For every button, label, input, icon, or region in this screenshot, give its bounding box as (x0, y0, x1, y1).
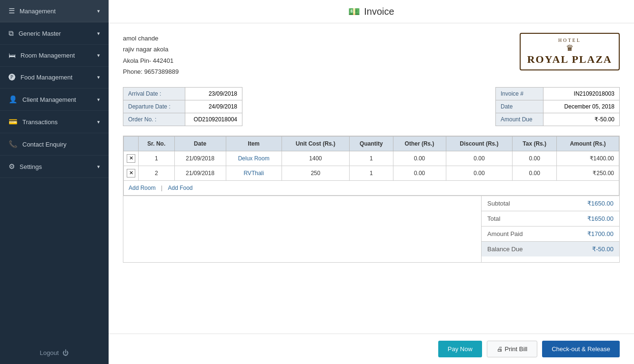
th-date: Date (174, 136, 226, 151)
invoice-wrapper: amol chande rajiv nagar akola Akola Pin-… (109, 23, 634, 334)
page-header: 💵 Invoice (109, 0, 634, 23)
order-value: OD21092018004 (185, 113, 242, 126)
row2-unit-cost: 250 (282, 166, 350, 180)
totals-right: Subtotal ₹1650.00 Total ₹1650.00 Amount … (482, 196, 620, 263)
customer-address2: Akola Pin- 442401 (123, 55, 179, 66)
row2-discount: 0.00 (446, 166, 513, 180)
departure-row: Departure Date : 24/09/2018 (123, 100, 242, 113)
invoice-amount-due-value: ₹-50.00 (543, 113, 620, 126)
arrival-label: Arrival Date : (123, 87, 185, 100)
pay-now-button[interactable]: Pay Now (438, 341, 482, 357)
row1-tax: 0.00 (513, 151, 557, 166)
table-row: ✕ 1 21/09/2018 Delux Room 1400 1 0.00 0.… (124, 151, 619, 166)
invoice-number-row: Invoice # IN21092018003 (496, 87, 620, 100)
th-tax: Tax (Rs.) (513, 136, 557, 151)
th-item: Item (226, 136, 282, 151)
sidebar-label-settings: Settings (20, 163, 42, 170)
add-room-link[interactable]: Add Room (129, 185, 156, 191)
th-delete (124, 136, 139, 151)
chevron-food-management: ▾ (97, 74, 100, 80)
contact-enquiry-icon: 📞 (9, 140, 18, 148)
hotel-word: HOTEL (527, 38, 612, 43)
customer-name: amol chande (123, 33, 179, 44)
chevron-settings: ▾ (97, 164, 100, 170)
order-row: Order No. : OD21092018004 (123, 113, 242, 126)
transactions-icon: 💳 (9, 118, 18, 126)
invoice-info: Invoice # IN21092018003 Date December 05… (495, 87, 620, 126)
sidebar-item-settings[interactable]: ⚙ Settings ▾ (0, 156, 109, 178)
invoice-date-label: Date (496, 100, 543, 113)
sidebar-label-food-management: Food Management (20, 74, 72, 81)
invoice-amount-due-row: Amount Due ₹-50.00 (496, 113, 620, 126)
sidebar-item-management[interactable]: ☰ Management ▾ (0, 0, 109, 22)
hotel-logo: HOTEL ♛ ROYAL PLAZA (520, 33, 620, 70)
table-row: ✕ 2 21/09/2018 RVThali 250 1 0.00 0.00 0… (124, 166, 619, 180)
row1-other: 0.00 (393, 151, 446, 166)
sidebar-label-room-management: Room Management (20, 52, 75, 59)
delete-btn-1[interactable]: ✕ (124, 151, 139, 166)
items-table-wrap: Sr. No. Date Item Unit Cost (Rs.) Quanti… (123, 136, 620, 196)
hotel-name: ROYAL PLAZA (527, 53, 612, 66)
page-title: Invoice (364, 6, 394, 17)
sidebar-label-generic-master: Generic Master (19, 30, 61, 37)
sidebar-item-contact-enquiry[interactable]: 📞 Contact Enquiry (0, 133, 109, 156)
chevron-client-management: ▾ (97, 97, 100, 103)
add-food-link[interactable]: Add Food (168, 185, 193, 191)
power-icon: ⏻ (62, 349, 69, 356)
balance-due-line: Balance Due ₹-50.00 (482, 242, 619, 256)
total-value: ₹1650.00 (587, 215, 614, 222)
sidebar-item-generic-master[interactable]: ⧉ Generic Master ▾ (0, 22, 109, 45)
subtotal-value: ₹1650.00 (587, 200, 614, 207)
sidebar-label-client-management: Client Management (22, 96, 76, 103)
generic-master-icon: ⧉ (9, 29, 14, 38)
customer-info: amol chande rajiv nagar akola Akola Pin-… (123, 33, 179, 78)
sidebar-item-transactions[interactable]: 💳 Transactions ▾ (0, 111, 109, 133)
amount-paid-line: Amount Paid ₹1700.00 (482, 226, 619, 242)
invoice-number-value: IN21092018003 (543, 87, 620, 100)
chevron-room-management: ▾ (97, 52, 100, 59)
sidebar-item-food-management[interactable]: 🅟 Food Management ▾ (0, 67, 109, 89)
chevron-management: ▾ (97, 8, 100, 14)
invoice-top: amol chande rajiv nagar akola Akola Pin-… (123, 33, 620, 78)
invoice-number-label: Invoice # (496, 87, 543, 100)
checkout-button[interactable]: Check-out & Release (542, 341, 620, 357)
th-other: Other (Rs.) (393, 136, 446, 151)
settings-icon: ⚙ (9, 162, 15, 171)
sidebar-label-contact-enquiry: Contact Enquiry (22, 141, 67, 148)
departure-label: Departure Date : (123, 100, 185, 113)
row1-sr: 1 (139, 151, 175, 166)
crown-icon: ♛ (527, 43, 612, 53)
invoice-amount-due-label: Amount Due (496, 113, 543, 126)
th-amount: Amount (Rs.) (557, 136, 619, 151)
invoice-icon: 💵 (348, 6, 360, 17)
row2-item: RVThali (226, 166, 282, 180)
chevron-generic-master: ▾ (97, 30, 100, 37)
th-quantity: Quantity (350, 136, 393, 151)
th-discount: Discount (Rs.) (446, 136, 513, 151)
row1-unit-cost: 1400 (282, 151, 350, 166)
logout-button[interactable]: Logout ⏻ (0, 342, 109, 364)
client-management-icon: 👤 (9, 95, 18, 104)
sidebar-item-client-management[interactable]: 👤 Client Management ▾ (0, 89, 109, 111)
main-content: 💵 Invoice amol chande rajiv nagar akola … (109, 0, 634, 364)
amount-paid-value: ₹1700.00 (587, 230, 614, 237)
row1-item: Delux Room (226, 151, 282, 166)
footer-buttons: Pay Now 🖨 Print Bill Check-out & Release (109, 334, 634, 364)
th-unit-cost: Unit Cost (Rs.) (282, 136, 350, 151)
delete-btn-2[interactable]: ✕ (124, 166, 139, 180)
th-srno: Sr. No. (139, 136, 175, 151)
balance-due-value: ₹-50.00 (592, 246, 614, 253)
row2-quantity: 1 (350, 166, 393, 180)
items-table: Sr. No. Date Item Unit Cost (Rs.) Quanti… (123, 136, 619, 196)
row1-discount: 0.00 (446, 151, 513, 166)
printer-icon: 🖨 (497, 345, 505, 353)
totals-row: Subtotal ₹1650.00 Total ₹1650.00 Amount … (123, 196, 620, 263)
row2-amount: ₹250.00 (557, 166, 619, 180)
print-bill-button[interactable]: 🖨 Print Bill (487, 341, 537, 357)
sidebar-item-room-management[interactable]: 🛏 Room Management ▾ (0, 45, 109, 67)
sidebar-label-management: Management (20, 8, 56, 15)
info-section: Arrival Date : 23/09/2018 Departure Date… (123, 87, 620, 126)
invoice-date-row: Date December 05, 2018 (496, 100, 620, 113)
arrival-value: 23/09/2018 (185, 87, 242, 100)
order-label: Order No. : (123, 113, 185, 126)
